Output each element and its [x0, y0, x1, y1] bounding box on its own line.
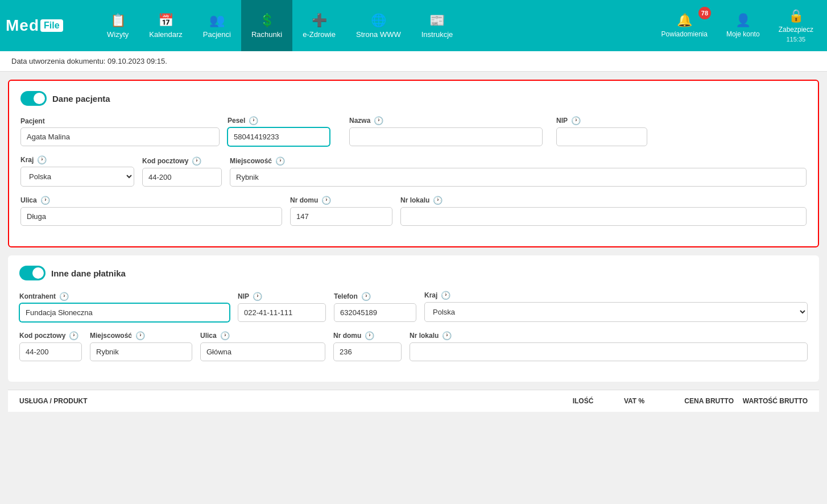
inne-clock-nip[interactable]: 🕐	[253, 292, 262, 301]
input-nr-domu[interactable]	[290, 207, 392, 226]
app-logo[interactable]: Med File	[6, 16, 85, 35]
inne-label-kod: Kod pocztowy 🕐	[19, 331, 82, 340]
nav-powiadomienia[interactable]: 🔔 78 Powiadomienia	[654, 0, 716, 51]
nav-item-kalendarz[interactable]: 📅 Kalendarz	[139, 0, 193, 51]
label-pacjent: Pacjent	[20, 117, 220, 125]
inne-form-row-1: Kontrahent 🕐 NIP 🕐 Telefon 🕐	[19, 291, 808, 322]
nav-moje-konto[interactable]: 👤 Moje konto	[718, 0, 768, 51]
inne-fg-kraj: Kraj 🕐 Polska Niemcy Francja	[424, 291, 808, 322]
section-inne-dane: Inne dane płatnika Kontrahent 🕐 NIP 🕐	[8, 255, 819, 382]
toggle-dane-pacjenta[interactable]	[20, 91, 47, 106]
form-row-3: Ulica 🕐 Nr domu 🕐 Nr lokalu 🕐	[20, 196, 807, 226]
clock-nazwa[interactable]: 🕐	[374, 116, 383, 125]
nav-item-wizyty[interactable]: 📋 Wizyty	[97, 0, 139, 51]
clock-nr-domu[interactable]: 🕐	[321, 196, 331, 205]
input-nazwa[interactable]	[349, 127, 543, 146]
inne-fg-kontrahent: Kontrahent 🕐	[19, 292, 230, 322]
inne-label-nip: NIP 🕐	[238, 292, 326, 301]
fg-nr-lokalu: Nr lokalu 🕐	[400, 196, 807, 226]
inne-clock-miasto[interactable]: 🕐	[135, 331, 145, 340]
inne-input-kontrahent[interactable]	[19, 303, 230, 322]
inne-label-telefon: Telefon 🕐	[334, 292, 416, 301]
label-kod: Kod pocztowy 🕐	[142, 156, 222, 166]
inne-input-nip[interactable]	[238, 303, 326, 322]
nav-label-rachunki: Rachunki	[251, 30, 282, 39]
input-pacjent[interactable]	[20, 127, 220, 146]
fg-nip: NIP 🕐	[556, 116, 659, 146]
clock-miejscowosc[interactable]: 🕐	[275, 156, 285, 166]
rachunki-icon: 💲	[259, 13, 275, 28]
inne-input-nr-domu[interactable]	[333, 342, 402, 361]
doc-date-bar: Data utworzenia dokumentu: 09.10.2023 09…	[0, 51, 827, 72]
nav-item-instrukcje[interactable]: 📰 Instrukcje	[411, 0, 464, 51]
fg-pesel: Pesel 🕐	[228, 116, 341, 146]
inne-fg-nr-domu: Nr domu 🕐	[333, 331, 402, 361]
inne-label-miasto: Miejscowość 🕐	[90, 331, 192, 340]
input-nr-lokalu[interactable]	[400, 207, 807, 226]
label-nazwa: Nazwa 🕐	[349, 116, 548, 125]
inne-fg-ulica: Ulica 🕐	[200, 331, 325, 361]
notification-badge: 78	[698, 7, 711, 19]
input-miejscowosc[interactable]	[230, 168, 807, 187]
nav-item-e-zdrowie[interactable]: ➕ e-Zdrowie	[292, 0, 346, 51]
clock-nip[interactable]: 🕐	[571, 116, 581, 125]
nav-label-powiadomienia: Powiadomienia	[661, 30, 708, 38]
col-header-cena: CENA BRUTTO	[660, 397, 734, 405]
nav-label-wizyty: Wizyty	[107, 30, 129, 39]
pacjenci-icon: 👥	[209, 13, 225, 28]
col-header-wartosc: WARTOŚĆ BRUTTO	[734, 397, 808, 405]
clock-kod[interactable]: 🕐	[192, 156, 201, 166]
fg-kraj: Kraj 🕐 Polska Niemcy Francja Czechy	[20, 155, 134, 187]
toggle-inne-dane[interactable]	[19, 266, 46, 280]
e-zdrowie-icon: ➕	[312, 13, 327, 28]
nav-zabezpiecz[interactable]: 🔒 Zabezpiecz 115:35	[771, 0, 821, 51]
inne-clock-kontrahent[interactable]: 🕐	[59, 292, 69, 301]
inne-input-miasto[interactable]	[90, 342, 192, 361]
wizyty-icon: 📋	[110, 13, 126, 28]
fg-kod: Kod pocztowy 🕐	[142, 156, 222, 187]
clock-ulica[interactable]: 🕐	[40, 196, 50, 205]
inne-label-kraj: Kraj 🕐	[424, 291, 808, 300]
label-pesel: Pesel 🕐	[228, 116, 341, 125]
input-nip[interactable]	[556, 127, 647, 146]
inne-input-nr-lokalu[interactable]	[410, 342, 808, 361]
instrukcje-icon: 📰	[429, 13, 445, 28]
clock-nr-lokalu[interactable]: 🕐	[433, 196, 443, 205]
inne-clock-nr-domu[interactable]: 🕐	[365, 331, 374, 340]
inne-input-kod[interactable]	[19, 342, 82, 361]
inne-label-nr-lokalu: Nr lokalu 🕐	[410, 331, 808, 340]
inne-input-ulica[interactable]	[200, 342, 325, 361]
nav-label-moje-konto: Moje konto	[726, 30, 760, 38]
logo-med: Med	[6, 16, 39, 35]
nav-item-pacjenci[interactable]: 👥 Pacjenci	[193, 0, 241, 51]
input-ulica[interactable]	[20, 207, 282, 226]
inne-clock-kod[interactable]: 🕐	[69, 331, 78, 340]
nav-item-rachunki[interactable]: 💲 Rachunki	[241, 0, 292, 51]
nav-item-strona-www[interactable]: 🌐 Strona WWW	[346, 0, 411, 51]
inne-clock-kraj[interactable]: 🕐	[441, 291, 450, 300]
inne-clock-nr-lokalu[interactable]: 🕐	[442, 331, 452, 340]
col-header-usluga: USŁUGA / PRODUKT	[19, 397, 557, 405]
doc-date-text: Data utworzenia dokumentu: 09.10.2023 09…	[11, 57, 167, 65]
inne-select-kraj[interactable]: Polska Niemcy Francja	[424, 302, 808, 322]
inne-clock-ulica[interactable]: 🕐	[220, 331, 230, 340]
clock-kraj[interactable]: 🕐	[37, 155, 47, 164]
nav-label-zabezpiecz: Zabezpiecz	[779, 26, 813, 34]
fg-nazwa: Nazwa 🕐	[349, 116, 548, 146]
fg-nr-domu: Nr domu 🕐	[290, 196, 392, 226]
inne-fg-telefon: Telefon 🕐	[334, 292, 416, 322]
nav-label-strona-www: Strona WWW	[356, 30, 401, 39]
section-inne-title: Inne dane płatnika	[51, 268, 126, 278]
bell-icon: 🔔	[677, 13, 692, 28]
col-header-ilosc: ILOŚĆ	[557, 397, 609, 405]
input-pesel[interactable]	[228, 127, 330, 146]
inne-fg-miasto: Miejscowość 🕐	[90, 331, 192, 361]
inne-clock-telefon[interactable]: 🕐	[361, 292, 371, 301]
section-inne-header: Inne dane płatnika	[19, 266, 808, 280]
clock-pesel[interactable]: 🕐	[249, 116, 258, 125]
fg-pacjent: Pacjent	[20, 117, 220, 146]
inne-input-telefon[interactable]	[334, 303, 416, 322]
select-kraj[interactable]: Polska Niemcy Francja Czechy	[20, 167, 134, 187]
col-header-vat: VAT %	[609, 397, 660, 405]
input-kod[interactable]	[142, 168, 222, 187]
